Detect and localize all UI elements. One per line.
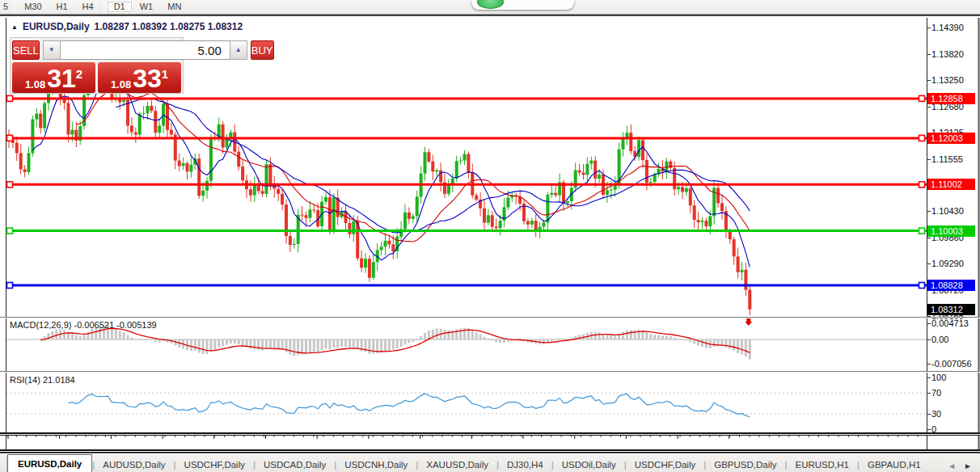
- buy-price-pip: 1: [162, 70, 168, 79]
- price-level-tag: 1.12003: [927, 133, 975, 144]
- toolbar-separator: [103, 2, 104, 13]
- buy-price-big: 33: [133, 66, 162, 91]
- buy-price-figure: 1.08: [111, 78, 131, 91]
- axis-tick-mark: [927, 414, 931, 415]
- timeframe-buttons: M30H1H4D1W1MN: [17, 1, 188, 13]
- volume-up-icon[interactable]: ▲: [230, 40, 247, 60]
- timeframe-button-d1[interactable]: D1: [107, 1, 133, 13]
- macd-label: MACD(12,26,9) -0.006521 -0.005139: [10, 320, 157, 330]
- tab-gbpaud-h1[interactable]: GBPAUD,H1: [860, 457, 929, 472]
- tab-scroll-left-icon[interactable]: ◄: [948, 461, 956, 470]
- volume-down-icon[interactable]: ▼: [43, 40, 61, 60]
- tab-usdchf-daily[interactable]: USDCHF,Daily: [176, 457, 253, 472]
- timeframe-button-w1[interactable]: W1: [133, 1, 161, 13]
- volume-input[interactable]: [61, 40, 230, 60]
- volume-stepper: ▼ ▲: [43, 40, 247, 60]
- tab-xauusd-daily[interactable]: XAUUSD,Daily: [418, 457, 496, 472]
- buy-button[interactable]: BUY: [251, 40, 274, 60]
- tab-scroll-right-icon[interactable]: ►: [964, 461, 972, 470]
- price-level-tag: 1.08828: [927, 280, 975, 291]
- axis-tick-label: -0.007056: [931, 359, 972, 369]
- tab-usdcnh-daily[interactable]: USDCNH,Daily: [336, 457, 416, 472]
- timeframe-button-mn[interactable]: MN: [160, 1, 188, 13]
- rsi-label: RSI(14) 21.0184: [10, 375, 75, 385]
- axis-tick-mark: [927, 393, 931, 394]
- axis-tick-mark: [927, 159, 931, 160]
- sell-button[interactable]: SELL: [12, 40, 40, 60]
- axis-tick-label: 1.10430: [931, 206, 964, 216]
- chart-title: ▲ EURUSD,Daily 1.08287 1.08392 1.08275 1…: [11, 21, 243, 32]
- axis-tick-mark: [927, 263, 931, 264]
- axis-tick-mark: [927, 54, 931, 55]
- collapse-panel-icon[interactable]: ▲: [11, 23, 18, 31]
- tab-usdcad-daily[interactable]: USDCAD,Daily: [256, 457, 334, 472]
- mt4-terminal: 5 M30H1H4D1W1MN ▲ EURUSD,Daily 1.08287 1…: [0, 0, 980, 472]
- tab-eurusd-h1[interactable]: EURUSD,H1: [788, 457, 857, 472]
- axis-tick-label: 1.09290: [931, 259, 964, 268]
- axis-tick-label: 1.13820: [931, 49, 964, 59]
- axis-tick-mark: [927, 364, 931, 365]
- axis-tick-mark: [927, 339, 931, 340]
- timeframe-button-h4[interactable]: H4: [75, 1, 101, 13]
- tab-scroll-controls: ◄ ►: [948, 461, 980, 472]
- tab-audusd-daily[interactable]: AUDUSD,Daily: [95, 457, 173, 472]
- sell-price-tile[interactable]: 1.08 31 2: [12, 62, 95, 93]
- tab-gbpusd-daily[interactable]: GBPUSD,Daily: [706, 457, 784, 472]
- axis-tick-label: 1.14390: [931, 23, 964, 32]
- tab-eurusd-daily[interactable]: EURUSD,Daily: [7, 454, 92, 472]
- price-level-tag: 1.11002: [927, 179, 975, 190]
- symbol-tab-bar: EURUSD,Daily|AUDUSD,Daily|USDCHF,Daily|U…: [0, 453, 980, 472]
- axis-tick-label: 0.004713: [931, 318, 969, 328]
- one-click-trade-panel: SELL ▼ ▲ BUY 1.08 31 2 1.08 33 1: [10, 37, 184, 94]
- axis-tick-mark: [927, 107, 931, 107]
- price-level-tag: 1.12858: [927, 93, 975, 104]
- axis-tick-mark: [927, 211, 931, 212]
- axis-tick-label: 70: [931, 388, 941, 398]
- axis-tick-label: 100: [931, 373, 946, 382]
- pane-divider[interactable]: [0, 317, 980, 318]
- tab-dj30-h4[interactable]: DJ30,H4: [499, 457, 551, 472]
- chart-symbol-label: EURUSD,Daily: [23, 21, 90, 32]
- chart-bottom-border: [0, 432, 980, 436]
- sell-price-figure: 1.08: [25, 78, 45, 91]
- axis-tick-mark: [927, 429, 931, 430]
- axis-tick-label: 1.11555: [931, 154, 963, 164]
- chart-window: ▲ EURUSD,Daily 1.08287 1.08392 1.08275 1…: [0, 15, 980, 451]
- axis-tick-mark: [927, 238, 931, 238]
- axis-tick-mark: [927, 323, 931, 324]
- axis-tick-label: 1.13250: [931, 75, 964, 85]
- sell-price-big: 31: [47, 66, 76, 91]
- tab-usdoil-daily[interactable]: USDOil,Daily: [554, 457, 624, 472]
- pane-divider[interactable]: [0, 371, 980, 373]
- toolbar-separator: [14, 2, 15, 13]
- sell-price-pip: 2: [76, 70, 82, 79]
- screen-overlay-pill: [471, 0, 574, 10]
- price-level-tag: 1.08312: [927, 304, 975, 315]
- axis-tick-mark: [927, 27, 931, 28]
- price-level-tag: 1.10003: [927, 225, 975, 237]
- toolbar-button-partial[interactable]: 5: [0, 1, 11, 13]
- tab-bar-spacer: [0, 456, 7, 472]
- overlay-green-button[interactable]: [477, 0, 504, 9]
- timeframe-button-m30[interactable]: M30: [17, 1, 49, 13]
- axis-tick-label: 30: [931, 409, 941, 419]
- axis-tick-mark: [927, 80, 931, 81]
- timeframe-button-h1[interactable]: H1: [49, 1, 75, 13]
- axis-tick-mark: [927, 377, 931, 378]
- buy-price-tile[interactable]: 1.08 33 1: [98, 62, 181, 93]
- chart-ohlc-values: 1.08287 1.08392 1.08275 1.08312: [95, 21, 243, 32]
- axis-tick-label: 0.00: [931, 335, 948, 344]
- tab-usdchf-daily[interactable]: USDCHF,Daily: [627, 457, 703, 472]
